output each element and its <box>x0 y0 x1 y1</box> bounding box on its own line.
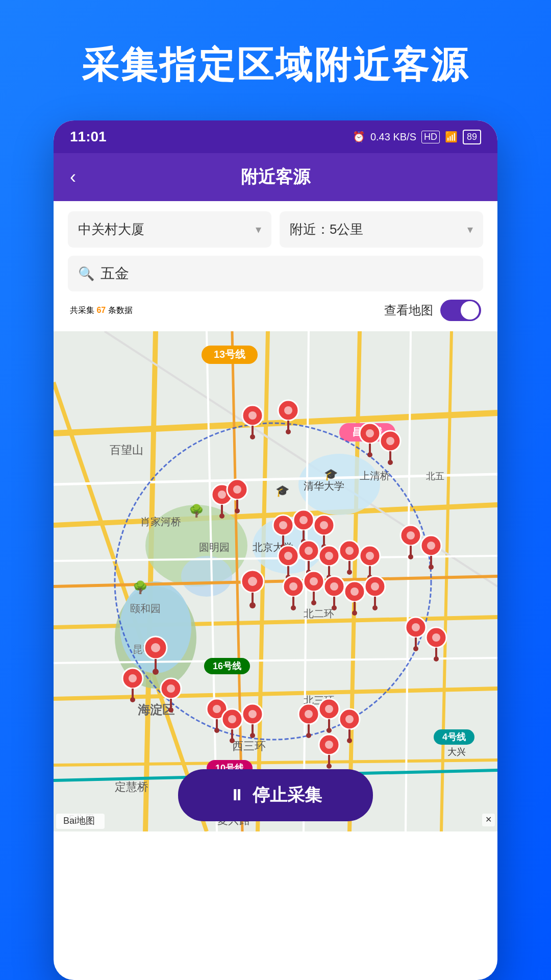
svg-point-107 <box>345 547 354 555</box>
battery-indicator: 89 <box>463 130 481 144</box>
svg-point-139 <box>350 587 359 596</box>
stats-text: 共采集 67 条数据 <box>70 305 133 316</box>
hd-badge: HD <box>421 131 440 143</box>
svg-point-91 <box>320 521 328 529</box>
svg-text:Bai地图: Bai地图 <box>63 816 95 826</box>
svg-point-193 <box>434 656 439 662</box>
map-container[interactable]: 13号线 昌平线 16号线 10号线 2号线 4号线 大兴 <box>54 331 497 831</box>
range-dropdown[interactable]: 附近：5公里 ▾ <box>280 211 483 248</box>
stats-prefix: 共采集 <box>70 306 94 314</box>
svg-text:🌳: 🌳 <box>133 580 148 595</box>
svg-point-157 <box>168 707 173 713</box>
svg-point-65 <box>286 429 291 434</box>
svg-text:✕: ✕ <box>485 815 492 824</box>
svg-point-111 <box>366 552 374 560</box>
svg-point-75 <box>218 491 226 499</box>
svg-text:西三环: 西三环 <box>232 740 266 752</box>
svg-text:颐和园: 颐和园 <box>130 603 161 614</box>
svg-point-95 <box>284 552 292 560</box>
svg-point-133 <box>311 600 316 605</box>
svg-point-183 <box>325 741 333 749</box>
svg-point-83 <box>279 521 287 529</box>
svg-point-123 <box>248 577 257 586</box>
svg-text:大兴: 大兴 <box>447 747 466 757</box>
svg-text:🎓: 🎓 <box>324 468 338 481</box>
svg-point-191 <box>432 633 440 642</box>
location-dropdown[interactable]: 中关村大厦 ▾ <box>68 211 271 248</box>
svg-point-189 <box>413 646 418 651</box>
svg-text:🎓: 🎓 <box>276 484 290 498</box>
svg-point-127 <box>289 582 297 591</box>
svg-text:百望山: 百望山 <box>110 444 143 456</box>
svg-point-87 <box>299 516 308 524</box>
svg-point-119 <box>427 542 435 550</box>
header-title: 附近客源 <box>241 165 310 189</box>
controls-section: 中关村大厦 ▾ 附近：5公里 ▾ 🔍 五金 共采集 67 条数据 <box>54 201 497 331</box>
svg-point-145 <box>372 605 378 610</box>
phone-frame: 11:01 ⏰ 0.43 KB/S HD 📶 89 ‹ 附近客源 中关村大厦 ▾ <box>54 120 497 980</box>
svg-point-79 <box>233 485 241 494</box>
svg-point-137 <box>332 605 337 610</box>
app-header: ‹ 附近客源 <box>54 153 497 201</box>
toggle-knob <box>461 301 479 320</box>
dropdowns-row: 中关村大厦 ▾ 附近：5公里 ▾ <box>68 211 483 248</box>
headline: 采集指定区域附近客源 <box>82 41 469 90</box>
search-bar[interactable]: 🔍 五金 <box>68 256 483 291</box>
svg-point-117 <box>408 554 413 559</box>
svg-point-177 <box>327 728 332 733</box>
svg-point-161 <box>214 728 219 733</box>
svg-point-81 <box>235 508 240 513</box>
svg-point-181 <box>347 738 352 743</box>
status-time: 11:01 <box>70 129 107 145</box>
map-toggle-switch[interactable] <box>440 300 481 321</box>
svg-point-115 <box>407 531 415 540</box>
svg-text:13号线: 13号线 <box>214 349 246 360</box>
speed-indicator: 0.43 KB/S <box>370 131 416 143</box>
stats-count: 67 <box>96 306 106 314</box>
svg-point-171 <box>305 710 313 718</box>
svg-point-169 <box>250 733 255 738</box>
svg-point-173 <box>306 733 311 738</box>
svg-text:定慧桥: 定慧桥 <box>115 780 148 793</box>
svg-point-147 <box>151 643 160 652</box>
svg-point-16 <box>181 556 232 597</box>
svg-point-159 <box>213 705 221 713</box>
stop-collect-button[interactable]: ⏸ 停止采集 <box>178 769 373 821</box>
status-bar: 11:01 ⏰ 0.43 KB/S HD 📶 89 <box>54 120 497 153</box>
stats-suffix: 条数据 <box>108 306 133 314</box>
range-dropdown-arrow: ▾ <box>467 223 473 236</box>
svg-point-163 <box>228 715 236 723</box>
svg-point-131 <box>310 577 318 585</box>
map-toggle-label: 查看地图 <box>384 302 433 318</box>
svg-text:北五: 北五 <box>426 471 444 481</box>
svg-point-129 <box>291 605 296 610</box>
svg-point-151 <box>129 674 137 682</box>
svg-text:上清桥: 上清桥 <box>360 470 390 481</box>
svg-point-179 <box>345 715 354 723</box>
svg-point-185 <box>327 764 332 769</box>
svg-point-143 <box>371 582 379 591</box>
svg-point-63 <box>284 406 292 414</box>
svg-text:北二环: 北二环 <box>304 608 334 619</box>
svg-text:🌳: 🌳 <box>189 503 204 518</box>
svg-point-99 <box>305 547 313 555</box>
back-button[interactable]: ‹ <box>70 166 76 188</box>
svg-point-69 <box>367 452 372 457</box>
svg-point-125 <box>249 602 256 608</box>
svg-point-103 <box>325 552 333 560</box>
search-input[interactable]: 五金 <box>101 264 129 283</box>
svg-point-77 <box>219 513 224 519</box>
range-label: 附近：5公里 <box>290 220 363 238</box>
status-icons: ⏰ 0.43 KB/S HD 📶 89 <box>353 130 481 144</box>
pause-icon: ⏸ <box>229 787 244 804</box>
svg-point-141 <box>352 610 357 616</box>
svg-point-67 <box>366 429 374 437</box>
svg-point-71 <box>386 437 394 445</box>
svg-text:肖家河桥: 肖家河桥 <box>140 516 181 527</box>
network-indicator: 📶 <box>445 131 458 143</box>
svg-point-153 <box>130 697 135 702</box>
location-dropdown-arrow: ▾ <box>256 223 261 236</box>
svg-point-135 <box>330 582 338 591</box>
svg-point-165 <box>230 738 235 743</box>
svg-point-149 <box>153 669 159 675</box>
